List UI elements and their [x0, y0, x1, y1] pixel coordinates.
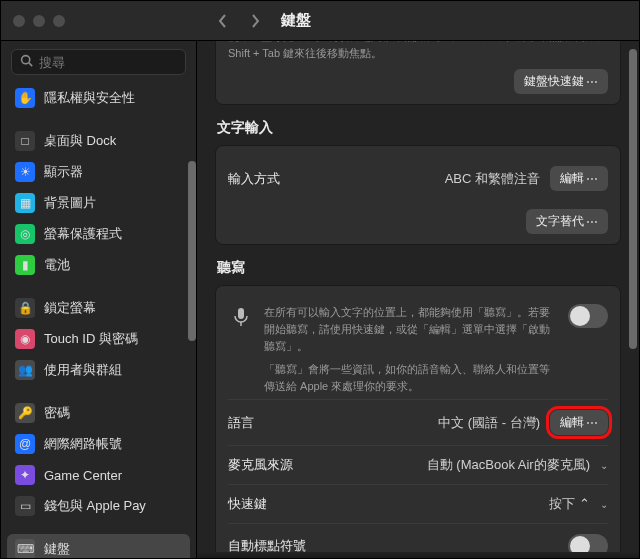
sidebar-item-label: 電池 — [44, 256, 70, 274]
text-substitutions-button[interactable]: 文字替代 — [526, 209, 608, 234]
sidebar-item-label: 隱私權與安全性 — [44, 89, 135, 107]
close-icon[interactable] — [13, 15, 25, 27]
sidebar-item[interactable]: ▭錢包與 Apple Pay — [7, 491, 190, 521]
dictation-mic-row[interactable]: 麥克風來源 自動 (MacBook Air的麥克風) ⌄ — [228, 445, 608, 484]
dictation-shortcut-value: 按下 ⌃ — [549, 495, 590, 513]
bottom-edge — [197, 552, 639, 558]
zoom-icon[interactable] — [53, 15, 65, 27]
sidebar-item[interactable]: 🔒鎖定螢幕 — [7, 293, 190, 323]
dictation-panel: 在所有可以輸入文字的位置上，都能夠使用「聽寫」。若要開始聽寫，請使用快速鍵，或從… — [215, 285, 621, 558]
sidebar-item[interactable]: ✋隱私權與安全性 — [7, 83, 190, 113]
dictation-desc-1: 在所有可以輸入文字的位置上，都能夠使用「聽寫」。若要開始聽寫，請使用快速鍵，或從… — [264, 304, 558, 355]
sidebar-item-icon: 👥 — [15, 360, 35, 380]
keyboard-shortcuts-button[interactable]: 鍵盤快速鍵 — [514, 69, 608, 94]
sidebar-item-icon: @ — [15, 434, 35, 454]
sidebar-item[interactable]: 👥使用者與群組 — [7, 355, 190, 385]
sidebar-item-label: 鎖定螢幕 — [44, 299, 96, 317]
sidebar-item-icon: 🔑 — [15, 403, 35, 423]
nav-forward-button[interactable] — [243, 9, 267, 33]
main-pane: 使用鍵盤導覽來在控制項目之間移動焦點。按下 Tab 鍵來往前移動焦點，按下 Sh… — [197, 41, 639, 558]
sidebar-item[interactable]: □桌面與 Dock — [7, 126, 190, 156]
sidebar: ✋隱私權與安全性□桌面與 Dock☀顯示器▦背景圖片◎螢幕保護程式▮電池🔒鎖定螢… — [1, 41, 197, 558]
edit-label: 編輯 — [560, 170, 584, 187]
chevron-updown-icon: ⌄ — [600, 460, 608, 471]
sidebar-list: ✋隱私權與安全性□桌面與 Dock☀顯示器▦背景圖片◎螢幕保護程式▮電池🔒鎖定螢… — [1, 83, 196, 558]
text-input-panel: 輸入方式 ABC 和繁體注音 編輯 文字替代 — [215, 145, 621, 245]
dictation-mic-value: 自動 (MacBook Air的麥克風) — [427, 456, 590, 474]
sidebar-item-label: 螢幕保護程式 — [44, 225, 122, 243]
chevron-updown-icon: ⌄ — [600, 499, 608, 510]
dictation-language-label: 語言 — [228, 414, 254, 432]
microphone-icon — [228, 304, 254, 330]
svg-point-0 — [22, 56, 30, 64]
sidebar-item-icon: ⌨ — [15, 539, 35, 558]
sidebar-item-icon: ▭ — [15, 496, 35, 516]
sidebar-item-label: 錢包與 Apple Pay — [44, 497, 146, 515]
sidebar-item[interactable]: ☀顯示器 — [7, 157, 190, 187]
search-icon — [20, 54, 33, 70]
sidebar-item-icon: ☀ — [15, 162, 35, 182]
dictation-mic-label: 麥克風來源 — [228, 456, 293, 474]
sidebar-item-icon: ✦ — [15, 465, 35, 485]
text-input-title: 文字輸入 — [217, 119, 619, 137]
sidebar-item-label: 網際網路帳號 — [44, 435, 122, 453]
sidebar-item-label: 使用者與群組 — [44, 361, 122, 379]
sidebar-scrollbar[interactable] — [188, 161, 196, 341]
window-title: 鍵盤 — [281, 11, 311, 30]
sidebar-item[interactable]: ▦背景圖片 — [7, 188, 190, 218]
svg-rect-2 — [238, 308, 244, 319]
text-substitutions-label: 文字替代 — [536, 213, 584, 230]
sidebar-item[interactable]: @網際網路帳號 — [7, 429, 190, 459]
input-method-row: 輸入方式 ABC 和繁體注音 編輯 — [228, 156, 608, 201]
sidebar-item[interactable]: ◎螢幕保護程式 — [7, 219, 190, 249]
chevron-left-icon — [218, 14, 228, 28]
chevron-right-icon — [250, 14, 260, 28]
titlebar: 鍵盤 — [1, 1, 639, 41]
sidebar-item[interactable]: ◉Touch ID 與密碼 — [7, 324, 190, 354]
sidebar-item-label: Touch ID 與密碼 — [44, 330, 138, 348]
dictation-desc-2: 「聽寫」會將一些資訊，如你的語音輸入、聯絡人和位置等傳送給 Apple 來處理你… — [264, 361, 558, 395]
input-method-label: 輸入方式 — [228, 170, 280, 188]
dictation-title: 聽寫 — [217, 259, 619, 277]
sidebar-item-label: 鍵盤 — [44, 540, 70, 558]
minimize-icon[interactable] — [33, 15, 45, 27]
dictation-shortcut-label: 快速鍵 — [228, 495, 267, 513]
keyboard-nav-hint: 使用鍵盤導覽來在控制項目之間移動焦點。按下 Tab 鍵來往前移動焦點，按下 Sh… — [228, 41, 608, 61]
sidebar-item-icon: ◎ — [15, 224, 35, 244]
search-input-wrapper[interactable] — [11, 49, 186, 75]
sidebar-item-label: 背景圖片 — [44, 194, 96, 212]
dictation-shortcut-row[interactable]: 快速鍵 按下 ⌃ ⌄ — [228, 484, 608, 523]
sidebar-item[interactable]: ✦Game Center — [7, 460, 190, 490]
sidebar-item-icon: 🔒 — [15, 298, 35, 318]
svg-line-1 — [29, 63, 32, 66]
sidebar-item-icon: ▦ — [15, 193, 35, 213]
edit-label: 編輯 — [560, 414, 584, 431]
search-input[interactable] — [39, 55, 207, 70]
sidebar-item[interactable]: 🔑密碼 — [7, 398, 190, 428]
sidebar-item-label: Game Center — [44, 468, 122, 483]
sidebar-item-icon: ◉ — [15, 329, 35, 349]
window-controls — [13, 15, 193, 27]
sidebar-item-label: 桌面與 Dock — [44, 132, 116, 150]
dictation-language-edit-button[interactable]: 編輯 — [550, 410, 608, 435]
main-scrollbar[interactable] — [629, 49, 637, 349]
dictation-toggle[interactable] — [568, 304, 608, 328]
dictation-language-row: 語言 中文 (國語 - 台灣) 編輯 — [228, 399, 608, 445]
sidebar-item-label: 顯示器 — [44, 163, 83, 181]
nav-back-button[interactable] — [211, 9, 235, 33]
input-method-value: ABC 和繁體注音 — [445, 170, 540, 188]
keyboard-shortcuts-label: 鍵盤快速鍵 — [524, 73, 584, 90]
input-method-edit-button[interactable]: 編輯 — [550, 166, 608, 191]
sidebar-item[interactable]: ▮電池 — [7, 250, 190, 280]
keyboard-nav-panel: 使用鍵盤導覽來在控制項目之間移動焦點。按下 Tab 鍵來往前移動焦點，按下 Sh… — [215, 41, 621, 105]
sidebar-item-icon: ▮ — [15, 255, 35, 275]
sidebar-item-icon: ✋ — [15, 88, 35, 108]
sidebar-item-label: 密碼 — [44, 404, 70, 422]
sidebar-item[interactable]: ⌨鍵盤 — [7, 534, 190, 558]
sidebar-item-icon: □ — [15, 131, 35, 151]
dictation-language-value: 中文 (國語 - 台灣) — [438, 414, 540, 432]
